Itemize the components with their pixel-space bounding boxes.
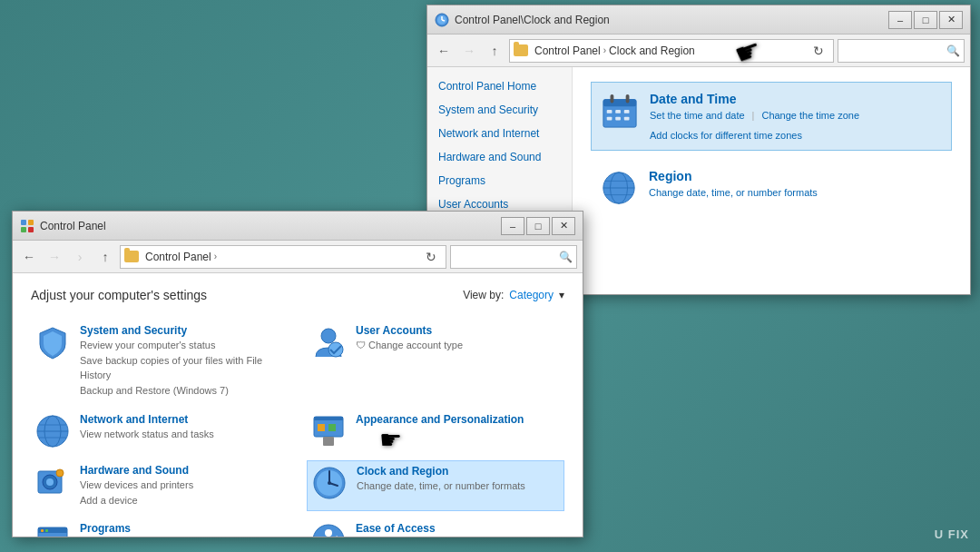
cr-breadcrumb-part2: Clock and Region <box>609 44 695 57</box>
svg-rect-20 <box>28 220 34 225</box>
svg-rect-5 <box>603 100 636 107</box>
cr-change-timezone-link[interactable]: Change the time zone <box>761 110 859 123</box>
cr-set-time-link[interactable]: Set the time and date <box>650 110 745 123</box>
cp-folder-icon <box>124 251 139 262</box>
cp-address-bar[interactable]: Control Panel › ↻ <box>120 245 446 269</box>
cp-programs-text: Programs Uninstall a program <box>80 522 285 537</box>
cr-region-links: Change date, time, or number formats <box>649 187 818 198</box>
cp-clock-region-text: Clock and Region Change date, time, or n… <box>357 465 560 493</box>
cp-hardware-text: Hardware and Sound View devices and prin… <box>80 464 285 508</box>
cp-network-item[interactable]: Network and Internet View network status… <box>31 409 289 453</box>
cp-ease-item[interactable]: Ease of Access Let Windows suggest setti… <box>307 518 564 537</box>
cp-clock-region-item[interactable]: Clock and Region Change date, time, or n… <box>307 460 564 512</box>
cp-forward-button[interactable]: → <box>44 246 65 268</box>
svg-rect-7 <box>626 94 630 104</box>
cr-region-icon <box>600 169 638 207</box>
cp-view-by-chevron: ▾ <box>559 289 564 301</box>
cp-paint-icon <box>310 413 347 449</box>
cp-programs-title[interactable]: Programs <box>80 522 285 535</box>
svg-rect-34 <box>323 437 334 446</box>
cr-up-button[interactable]: ↑ <box>484 40 505 62</box>
cr-forward-button[interactable]: → <box>458 40 480 62</box>
watermark: U FIX <box>935 527 969 541</box>
svg-rect-47 <box>45 529 48 532</box>
cp-system-security-sub3: Backup and Restore (Windows 7) <box>80 384 285 398</box>
svg-rect-33 <box>328 424 336 431</box>
cp-system-security-title[interactable]: System and Security <box>80 324 285 337</box>
cr-back-button[interactable]: ← <box>433 40 455 62</box>
cr-sidebar-programs[interactable]: Programs <box>427 169 572 192</box>
cr-close-button[interactable]: ✕ <box>939 11 963 29</box>
cp-back-button[interactable]: ← <box>18 246 40 268</box>
cr-refresh-button[interactable]: ↻ <box>808 40 829 62</box>
cp-system-security-text: System and Security Review your computer… <box>80 324 285 399</box>
cp-header: Adjust your computer's settings View by:… <box>31 288 564 302</box>
cp-user-accounts-item[interactable]: User Accounts 🛡 Change account type <box>307 320 564 402</box>
clock-region-title-bar: Control Panel\Clock and Region – □ ✕ <box>427 5 970 34</box>
cp-refresh-button[interactable]: ↻ <box>420 246 442 268</box>
cp-hardware-sub2: Add a device <box>80 494 285 508</box>
cr-main-content: Date and Time Set the time and date | Ch… <box>573 67 970 294</box>
cp-search-icon[interactable]: 🔍 <box>559 251 573 263</box>
cr-sidebar-hardware-sound[interactable]: Hardware and Sound <box>427 145 572 169</box>
cr-region-item[interactable]: Region Change date, time, or number form… <box>591 160 952 216</box>
cr-date-time-item[interactable]: Date and Time Set the time and date | Ch… <box>591 82 952 151</box>
cr-add-clocks-link[interactable]: Add clocks for different time zones <box>650 130 802 141</box>
cp-ease-title[interactable]: Ease of Access <box>356 522 561 535</box>
cp-user-accounts-sub1: 🛡 Change account type <box>356 339 561 352</box>
cp-system-security-sub1: Review your computer's status <box>80 339 285 352</box>
cp-shield-icon <box>34 324 71 360</box>
cr-region-formats-link[interactable]: Change date, time, or number formats <box>649 187 818 198</box>
cr-maximize-button[interactable]: □ <box>914 11 937 29</box>
svg-rect-31 <box>314 417 343 420</box>
cp-ease-text: Ease of Access Let Windows suggest setti… <box>356 522 561 537</box>
svg-rect-6 <box>611 94 614 104</box>
cr-nav-bar: ← → ↑ Control Panel › Clock and Region ↻… <box>427 34 970 67</box>
cp-close-button[interactable]: ✕ <box>552 217 575 235</box>
cp-appearance-title[interactable]: Appearance and Personalization <box>356 413 561 426</box>
cp-nav-bar: ← → › ↑ Control Panel › ↻ 🔍 <box>13 241 583 273</box>
cp-clock-region-title[interactable]: Clock and Region <box>357 465 560 478</box>
cr-region-title[interactable]: Region <box>649 169 818 183</box>
cp-maximize-button[interactable]: □ <box>526 217 550 235</box>
cr-address-bar[interactable]: Control Panel › Clock and Region ↻ <box>509 39 834 63</box>
cr-sidebar-system-security[interactable]: System and Security <box>427 98 572 122</box>
cr-region-content: Region Change date, time, or number form… <box>649 169 818 198</box>
cp-forward2-button[interactable]: › <box>69 246 91 268</box>
cp-user-accounts-title[interactable]: User Accounts <box>356 324 561 337</box>
cp-network-title[interactable]: Network and Internet <box>80 413 285 426</box>
cp-search-input[interactable] <box>455 251 559 263</box>
cp-hardware-item[interactable]: Hardware and Sound View devices and prin… <box>31 460 289 512</box>
cp-view-by-value[interactable]: Category <box>509 289 554 301</box>
cr-search-input[interactable] <box>842 44 946 57</box>
cr-search-box[interactable]: 🔍 <box>838 39 965 63</box>
svg-rect-10 <box>624 110 630 113</box>
cp-up-button[interactable]: ↑ <box>94 246 116 268</box>
cr-sidebar-network-internet[interactable]: Network and Internet <box>427 122 572 145</box>
cp-search-box[interactable]: 🔍 <box>450 245 577 269</box>
cp-window-title: Control Panel <box>40 220 501 232</box>
cr-search-icon[interactable]: 🔍 <box>946 44 960 57</box>
svg-rect-46 <box>41 529 44 532</box>
cp-content: Adjust your computer's settings View by:… <box>13 273 583 537</box>
cr-date-time-title[interactable]: Date and Time <box>650 92 942 106</box>
cp-minimize-button[interactable]: – <box>501 217 524 235</box>
cp-clock-icon <box>311 465 348 501</box>
cp-hardware-title[interactable]: Hardware and Sound <box>80 464 285 477</box>
svg-rect-21 <box>21 227 26 232</box>
cp-system-security-item[interactable]: System and Security Review your computer… <box>31 320 289 402</box>
cp-programs-item[interactable]: Programs Uninstall a program <box>31 518 289 537</box>
cp-breadcrumb: Control Panel › <box>124 251 272 263</box>
cr-minimize-button[interactable]: – <box>888 11 912 29</box>
cr-date-time-icon <box>601 92 639 130</box>
cp-network-sub1: View network status and tasks <box>80 428 285 441</box>
cp-globe-icon <box>34 413 71 449</box>
cp-appearance-item[interactable]: Appearance and Personalization <box>307 409 564 453</box>
cr-window-icon <box>435 13 449 27</box>
cr-sidebar-home[interactable]: Control Panel Home <box>427 74 572 98</box>
cp-system-security-sub2: Save backup copies of your files with Fi… <box>80 354 285 382</box>
cr-window-title: Control Panel\Clock and Region <box>455 14 888 26</box>
cp-address-input[interactable] <box>272 251 420 263</box>
cp-heading: Adjust your computer's settings <box>31 288 207 302</box>
cr-date-time-links: Set the time and date | Change the time … <box>650 110 942 141</box>
